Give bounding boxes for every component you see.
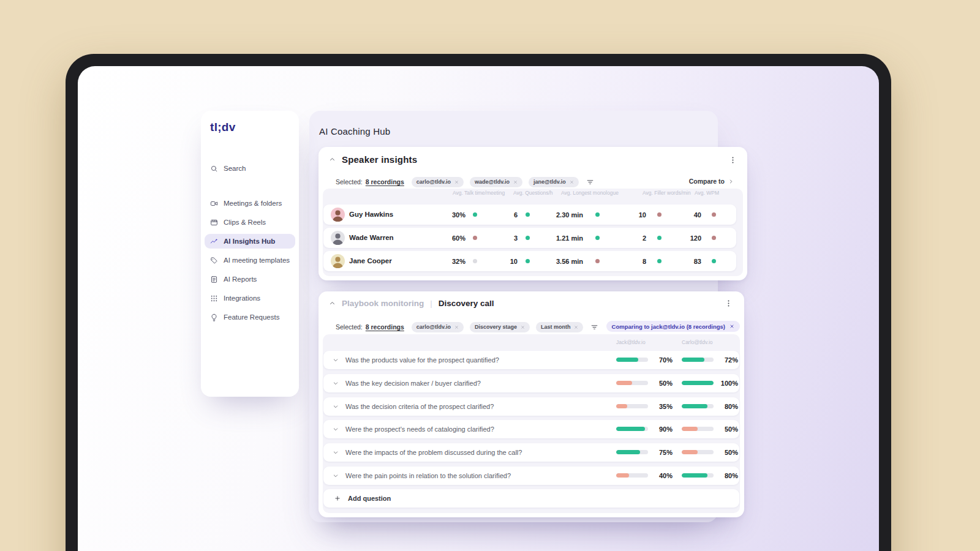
sidebar-item-label: AI meeting templates <box>224 257 290 264</box>
metric-value: 10 <box>510 258 518 265</box>
playbook-header: Playbook monitoring | Discovery call <box>329 299 494 308</box>
sidebar-item-label: Feature Requests <box>224 313 279 321</box>
column-header: Avg. Questions/h <box>513 190 553 196</box>
plus-icon <box>334 495 341 501</box>
collapse-chevron-up-icon[interactable] <box>329 300 336 307</box>
metric-value: 10 <box>639 211 646 219</box>
playbook-monitoring-card: Playbook monitoring | Discovery call Sel… <box>318 291 744 517</box>
chevron-right-icon <box>728 179 734 184</box>
integrations-grid-icon <box>210 294 218 302</box>
playbook-question-row[interactable]: Were the prospect's needs of cataloging … <box>323 420 739 438</box>
chip-label: jane@tldv.io <box>533 179 566 185</box>
add-question-button[interactable]: Add question <box>323 489 739 508</box>
sidebar-item-ai-meeting-templates[interactable]: AI meeting templates <box>205 253 295 268</box>
sidebar-item-meetings-folders[interactable]: Meetings & folders <box>205 196 295 211</box>
filter-icon[interactable] <box>590 323 598 331</box>
progress-fill-green <box>682 473 707 478</box>
speaker-row: Guy Hawkins30%62.30 min1040 <box>323 204 736 225</box>
progress-track <box>616 473 648 478</box>
sidebar-item-clips-reels[interactable]: Clips & Reels <box>205 215 295 230</box>
close-icon[interactable] <box>574 325 578 329</box>
speaker-name: Jane Cooper <box>349 257 392 264</box>
column-header: Avg. WPM <box>695 190 719 196</box>
metric-value: 40 <box>694 211 701 219</box>
filter-chip-carlo-tldv-io[interactable]: carlo@tldv.io <box>412 177 464 187</box>
lightbulb-icon <box>210 313 218 321</box>
chip-label: carlo@tldv.io <box>417 179 451 185</box>
close-icon[interactable] <box>521 325 525 329</box>
chevron-down-icon[interactable] <box>333 380 339 386</box>
compare-column-header: Carlo@tldv.io <box>682 339 713 345</box>
metric-value: 120 <box>690 234 701 242</box>
sidebar-item-feature-requests[interactable]: Feature Requests <box>205 310 295 324</box>
playbook-question-row[interactable]: Were the pain points in relation to the … <box>323 467 739 485</box>
filter-chip-carlo-tldv-io[interactable]: carlo@tldv.io <box>412 322 464 332</box>
playbook-question-row[interactable]: Was the key decision maker / buyer clari… <box>323 374 739 392</box>
close-icon[interactable] <box>570 180 574 184</box>
column-header: Avg. Longest monologue <box>561 190 619 196</box>
speaker-insights-header: Speaker insights <box>329 154 417 165</box>
chevron-down-icon[interactable] <box>333 426 339 432</box>
sidebar-item-ai-reports[interactable]: AI Reports <box>205 272 295 287</box>
status-dot-gray <box>473 259 477 263</box>
close-icon[interactable] <box>729 324 734 329</box>
sidebar-item-ai-insights-hub[interactable]: AI Insights Hub <box>205 234 295 249</box>
metric-value: 6 <box>514 211 518 219</box>
comparing-to-chip[interactable]: Comparing to jack@tldv.io (8 recordings) <box>606 321 740 332</box>
progress-track <box>682 358 714 362</box>
chevron-down-icon[interactable] <box>333 473 339 479</box>
sidebar-item-integrations[interactable]: Integrations <box>205 291 295 305</box>
playbook-question-row[interactable]: Was the products value for the prospect … <box>323 351 739 369</box>
playbook-question-row[interactable]: Were the impacts of the problem discusse… <box>323 443 739 462</box>
close-icon[interactable] <box>454 325 459 329</box>
speaker-filter-chips: carlo@tldv.iowade@tldv.iojane@tldv.io <box>412 177 579 187</box>
filter-chip-discovery-stage[interactable]: Discovery stage <box>470 322 530 332</box>
kebab-menu-icon[interactable] <box>728 156 737 165</box>
filter-chip-jane-tldv-io[interactable]: jane@tldv.io <box>529 177 579 187</box>
avatar <box>331 231 345 245</box>
compare-to-button[interactable]: Compare to <box>689 178 734 185</box>
progress-percent: 100% <box>721 380 738 387</box>
search-button[interactable]: Search <box>205 161 295 176</box>
chevron-down-icon[interactable] <box>333 449 339 455</box>
chevron-down-icon[interactable] <box>333 357 339 363</box>
progress-percent: 40% <box>659 472 673 479</box>
sidebar-item-label: AI Reports <box>224 276 257 283</box>
progress-fill-green <box>616 427 645 431</box>
status-dot-green <box>595 236 600 240</box>
progress-track <box>616 404 648 408</box>
progress-percent: 50% <box>659 380 673 387</box>
kebab-menu-icon[interactable] <box>724 299 733 308</box>
add-question-label: Add question <box>348 495 391 502</box>
progress-fill-salmon <box>616 381 632 385</box>
avatar <box>331 208 345 222</box>
selected-count-link[interactable]: 8 recordings <box>366 178 404 186</box>
chevron-down-icon[interactable] <box>333 403 339 410</box>
chip-label: carlo@tldv.io <box>417 324 451 330</box>
progress-fill-green <box>682 358 704 362</box>
playbook-question-row[interactable]: Was the decision criteria of the prospec… <box>323 397 739 416</box>
progress-percent: 80% <box>725 472 738 479</box>
speaker-insights-card: Speaker insights Selected: 8 recordings … <box>318 147 747 280</box>
filter-chip-last-month[interactable]: Last month <box>536 322 584 332</box>
filter-chip-wade-tldv-io[interactable]: wade@tldv.io <box>470 177 522 187</box>
close-icon[interactable] <box>513 180 518 184</box>
progress-track <box>682 404 714 408</box>
progress-track <box>616 358 648 362</box>
sidebar-item-label: AI Insights Hub <box>224 238 275 245</box>
filter-icon[interactable] <box>586 178 594 186</box>
close-icon[interactable] <box>454 180 459 184</box>
speaker-row: Wade Warren60%31.21 min2120 <box>323 228 736 248</box>
search-icon <box>210 165 218 173</box>
progress-percent: 35% <box>659 403 673 410</box>
progress-percent: 50% <box>725 425 738 433</box>
title-divider: | <box>430 299 432 308</box>
metric-value: 30% <box>452 211 466 219</box>
status-dot-red <box>657 212 662 217</box>
collapse-chevron-up-icon[interactable] <box>329 156 336 163</box>
question-text: Were the prospect's needs of cataloging … <box>345 425 494 433</box>
selected-count-link[interactable]: 8 recordings <box>366 323 404 331</box>
status-dot-red <box>712 236 716 240</box>
compare-to-label: Compare to <box>689 178 725 185</box>
speaker-name: Guy Hawkins <box>349 211 393 218</box>
